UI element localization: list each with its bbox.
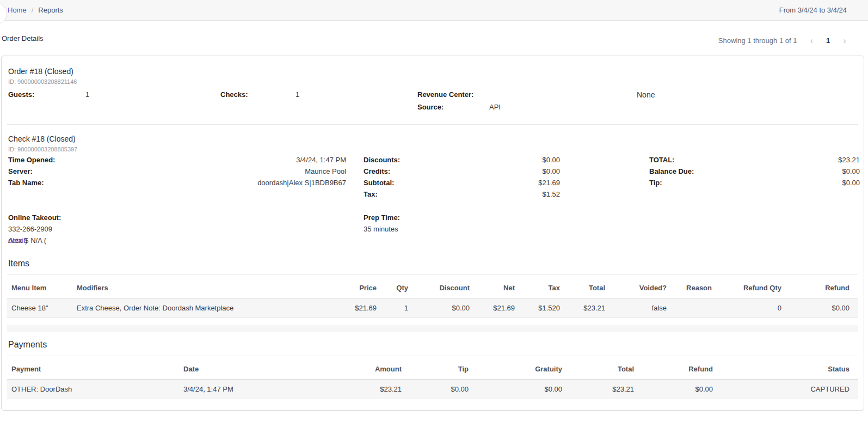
column-header: Price [290, 275, 385, 298]
table-cell: 1 [385, 298, 417, 318]
guests-label: Guests: [8, 90, 34, 99]
total-value: $23.21 [742, 156, 860, 164]
subtotal-label: Subtotal: [364, 179, 394, 187]
column-header: Gratuity [477, 356, 571, 380]
subtotal-value: $21.69 [442, 179, 560, 187]
check-summary-section: Check #18 (Closed) ID: 90000000320880539… [7, 125, 858, 251]
column-header: Amount [304, 356, 410, 380]
table-cell: $0.00 [477, 380, 571, 399]
column-header: Refund [790, 275, 858, 298]
credits-label: Credits: [364, 167, 390, 175]
empty-row-stripe [7, 325, 858, 332]
pagination: Showing 1 through 1 of 1 ‹ 1 › [718, 36, 846, 45]
date-range-label: From 3/4/24 to 3/4/24 [779, 6, 847, 14]
column-header: Status [722, 356, 858, 380]
tip-value: $0.00 [742, 179, 860, 187]
prep-time-label: Prep Time: [364, 213, 400, 222]
table-cell: 3/4/24, 1:47 PM [179, 380, 304, 399]
table-cell: Extra Cheese, Order Note: Doordash Marke… [72, 298, 290, 318]
items-heading: Items [8, 259, 858, 269]
revenue-center-label: Revenue Center: [417, 90, 473, 99]
guests-value: 1 [85, 90, 89, 99]
tax-value: $1.52 [442, 190, 560, 198]
takeout-customer: Alex S N/A (detail) [8, 236, 25, 245]
order-title: Order #18 (Closed) [8, 67, 73, 76]
online-takeout-label: Online Takeout: [8, 213, 61, 222]
credits-value: $0.00 [442, 167, 560, 175]
breadcrumb-home-link[interactable]: Home [8, 6, 27, 14]
table-row: OTHER: DoorDash3/4/24, 1:47 PM$23.21$0.0… [7, 380, 858, 399]
order-summary-section: Order #18 (Closed) ID: 90000000320882114… [7, 56, 858, 124]
table-cell: $0.00 [643, 380, 722, 399]
pagination-page-number[interactable]: 1 [826, 36, 830, 45]
order-id: ID: 900000003208821146 [8, 78, 77, 85]
column-header: Menu Item [7, 275, 72, 298]
server-value: Maurice Pool [170, 167, 346, 175]
time-opened-label: Time Opened: [8, 156, 55, 164]
column-header: Discount [417, 275, 478, 298]
column-header: Tip [410, 356, 477, 380]
tab-name-label: Tab Name: [8, 179, 44, 187]
column-header: Tax [524, 275, 569, 298]
source-label: Source: [417, 103, 444, 111]
table-cell: OTHER: DoorDash [7, 380, 179, 399]
order-details-card: Order #18 (Closed) ID: 90000000320882114… [1, 56, 864, 411]
tax-label: Tax: [364, 190, 378, 198]
revenue-center-value: None [637, 90, 655, 99]
table-cell: 0 [721, 298, 790, 318]
balance-due-value: $0.00 [742, 167, 860, 175]
column-header: Voided? [614, 275, 675, 298]
column-header: Total [569, 275, 614, 298]
payments-header-row: PaymentDateAmountTipGratuityTotalRefundS… [7, 356, 858, 380]
page-title: Order Details [2, 34, 44, 42]
tip-label: Tip: [649, 179, 662, 187]
source-value: API [489, 103, 501, 111]
balance-due-label: Balance Due: [649, 167, 694, 175]
column-header: Date [179, 356, 304, 380]
table-cell: $0.00 [410, 380, 477, 399]
check-id: ID: 900000003208805397 [8, 146, 77, 152]
pagination-showing-label: Showing 1 through 1 of 1 [718, 36, 797, 45]
column-header: Net [478, 275, 524, 298]
table-cell: false [614, 298, 675, 318]
chevron-left-icon[interactable]: ‹ [810, 37, 813, 44]
breadcrumb-current: Reports [38, 6, 63, 14]
chevron-right-icon[interactable]: › [843, 37, 846, 44]
checks-value: 1 [296, 90, 299, 99]
topbar: Home / Reports From 3/4/24 to 3/4/24 [0, 0, 868, 21]
discounts-value: $0.00 [442, 156, 560, 164]
column-header: Modifiers [72, 275, 290, 298]
items-header-row: Menu ItemModifiersPriceQtyDiscountNetTax… [7, 275, 858, 298]
prep-time-value: 35 minutes [364, 225, 398, 233]
tab-name-value: doordash|Alex S|1BDB9B67 [170, 179, 346, 187]
payments-table: PaymentDateAmountTipGratuityTotalRefundS… [7, 356, 858, 399]
table-row: Cheese 18"Extra Cheese, Order Note: Door… [7, 298, 858, 318]
table-cell: $21.69 [478, 298, 524, 318]
checks-label: Checks: [220, 90, 248, 99]
items-table: Menu ItemModifiersPriceQtyDiscountNetTax… [7, 275, 858, 318]
column-header: Payment [7, 356, 179, 380]
total-label: TOTAL: [649, 156, 674, 164]
table-cell: CAPTURED [722, 380, 858, 399]
takeout-phone: 332-266-2909 [8, 225, 52, 233]
breadcrumb-separator: / [32, 6, 34, 14]
column-header: Refund Qty [721, 275, 790, 298]
page-toolbar: Order Details Showing 1 through 1 of 1 ‹… [0, 21, 868, 56]
column-header: Total [571, 356, 643, 380]
table-cell: $0.00 [417, 298, 478, 318]
table-cell: $1.520 [524, 298, 569, 318]
table-cell: $0.00 [790, 298, 858, 318]
server-label: Server: [8, 167, 33, 175]
column-header: Qty [385, 275, 417, 298]
table-cell: Cheese 18" [7, 298, 72, 318]
takeout-customer-suffix: ) [25, 236, 27, 245]
payments-heading: Payments [8, 340, 858, 350]
column-header: Reason [675, 275, 721, 298]
discounts-label: Discounts: [364, 156, 400, 164]
table-cell: $21.69 [290, 298, 385, 318]
column-header: Refund [643, 356, 722, 380]
table-cell: $23.21 [304, 380, 410, 399]
table-cell [675, 298, 721, 318]
empty-row-spacer [7, 318, 858, 325]
check-title: Check #18 (Closed) [8, 135, 76, 143]
